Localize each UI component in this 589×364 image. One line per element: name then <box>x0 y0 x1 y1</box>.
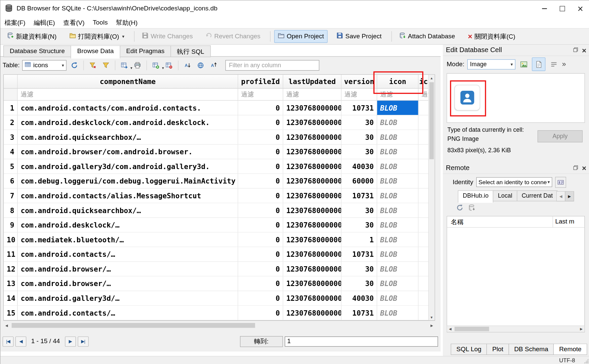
grid-cell[interactable]: BLOB <box>377 115 419 130</box>
maximize-button[interactable] <box>553 0 572 17</box>
menu-view[interactable]: 查看(V) <box>59 17 89 29</box>
apply-button[interactable]: Apply <box>538 130 583 143</box>
grid-cell[interactable]: BLOB <box>377 247 419 262</box>
grid-cell[interactable]: 1230768000000 <box>283 130 341 145</box>
horizontal-scrollbar-thumb[interactable] <box>12 323 255 328</box>
vertical-scrollbar-thumb[interactable] <box>429 82 434 159</box>
grid-cell[interactable] <box>419 306 429 321</box>
close-database-button[interactable]: × 關閉資料庫(C) <box>464 30 519 43</box>
minimize-button[interactable] <box>535 0 553 17</box>
open-database-button[interactable]: 打開資料庫(O) ▾ <box>66 30 128 43</box>
filter-any-column-input[interactable] <box>226 60 319 71</box>
grid-cell[interactable] <box>419 174 429 189</box>
grid-cell[interactable]: 10731 <box>342 100 377 115</box>
filter-input-cell[interactable]: 過濾 <box>238 89 283 101</box>
grid-cell[interactable]: BLOB <box>377 145 419 159</box>
tab-local[interactable]: Local <box>493 190 517 201</box>
import-data-button[interactable] <box>518 59 529 69</box>
grid-cell[interactable]: 0 <box>238 262 283 277</box>
grid-cell[interactable]: 10731 <box>342 189 377 203</box>
grid-cell[interactable]: 0 <box>238 189 283 203</box>
scroll-left-icon[interactable]: ◀ <box>3 322 10 329</box>
grid-cell[interactable]: com.android.contacts/… <box>18 247 238 262</box>
grid-cell[interactable] <box>419 233 429 247</box>
next-record-button[interactable]: ▶ <box>65 336 76 347</box>
tab-scroll-right-icon[interactable]: ▶ <box>565 191 574 201</box>
grid-cell[interactable]: 40030 <box>342 291 377 306</box>
tab-remote[interactable]: Remote <box>553 343 587 355</box>
grid-cell[interactable]: 30 <box>342 115 377 130</box>
grid-cell[interactable]: com.android.deskclock/… <box>18 218 238 233</box>
grid-cell[interactable]: 0 <box>238 130 283 145</box>
tab-sql-log[interactable]: SQL Log <box>451 343 487 355</box>
tab-execute-sql[interactable]: 執行 SQL <box>170 45 210 57</box>
mode-select[interactable]: Image ▾ <box>467 59 515 69</box>
grid-cell[interactable] <box>419 100 429 115</box>
grid-cell[interactable]: 0 <box>238 115 283 130</box>
goto-button[interactable]: 轉到: <box>240 336 282 347</box>
grid-cell[interactable]: BLOB <box>377 276 419 291</box>
sort-descending-button[interactable]: A <box>209 60 219 71</box>
grid-cell[interactable] <box>419 115 429 130</box>
save-filter-button[interactable] <box>101 60 111 71</box>
grid-cell[interactable] <box>419 247 429 262</box>
remote-refresh-button[interactable] <box>457 204 463 213</box>
text-view-button[interactable] <box>532 57 545 71</box>
grid-cell[interactable]: 10731 <box>342 306 377 321</box>
grid-cell[interactable]: 30 <box>342 145 377 159</box>
grid-cell[interactable]: com.android.deskclock/com.android.deskcl… <box>18 115 238 130</box>
filter-input-cell[interactable]: 過濾 <box>18 89 238 101</box>
grid-cell[interactable]: com.mediatek.bluetooth/… <box>18 233 238 247</box>
grid-cell[interactable]: 1230768000000 <box>283 100 341 115</box>
remote-horizontal-scrollbar[interactable]: ◀ ▶ <box>447 326 585 332</box>
menu-file[interactable]: 檔案(F) <box>0 17 30 29</box>
grid-cell[interactable]: 30 <box>342 130 377 145</box>
print-button[interactable] <box>132 60 143 71</box>
grid-cell[interactable]: 1230768000000 <box>283 174 341 189</box>
scroll-down-icon[interactable]: ▼ <box>429 314 435 320</box>
column-header[interactable]: profileId <box>238 75 283 88</box>
grid-cell[interactable]: com.android.contacts/com.android.contact… <box>18 100 238 115</box>
grid-cell[interactable]: 1230768000000 <box>283 306 341 321</box>
grid-cell[interactable]: BLOB <box>377 262 419 277</box>
remote-scrollbar-thumb[interactable] <box>455 327 489 331</box>
word-wrap-button[interactable] <box>549 59 559 69</box>
grid-cell[interactable]: 0 <box>238 100 283 115</box>
grid-cell[interactable]: 1230768000000 <box>283 233 341 247</box>
filter-input-cell[interactable]: 過濾 <box>283 89 341 101</box>
grid-cell[interactable]: 0 <box>238 233 283 247</box>
column-header[interactable]: lastUpdated <box>283 75 341 88</box>
grid-cell[interactable]: 1230768000000 <box>283 203 341 218</box>
column-header-name[interactable]: 名稱 <box>447 216 553 227</box>
grid-cell[interactable]: 30 <box>342 203 377 218</box>
scroll-up-icon[interactable]: ▲ <box>429 75 435 81</box>
tab-edit-pragmas[interactable]: Edit Pragmas <box>120 45 171 57</box>
tab-scroll-left-icon[interactable]: ◀ <box>556 191 565 201</box>
column-header-icon[interactable]: icon <box>377 75 419 88</box>
table-select[interactable]: icons ▾ <box>22 60 67 71</box>
resize-grip[interactable] <box>584 359 589 364</box>
grid-cell[interactable]: com.android.quicksearchbox/… <box>18 203 238 218</box>
tab-db-schema[interactable]: DB Schema <box>509 343 554 355</box>
grid-cell[interactable]: com.android.browser/… <box>18 276 238 291</box>
grid-cell[interactable]: 0 <box>238 145 283 159</box>
grid-cell[interactable]: 0 <box>238 159 283 174</box>
float-dock-icon[interactable] <box>573 164 578 172</box>
previous-record-button[interactable]: ◀ <box>15 336 26 347</box>
menu-tools[interactable]: Tools <box>89 17 112 28</box>
grid-cell[interactable]: BLOB <box>377 203 419 218</box>
grid-cell[interactable]: BLOB <box>377 174 419 189</box>
encoding-button[interactable] <box>195 60 206 71</box>
clear-filters-button[interactable] <box>88 60 98 71</box>
filter-input-cell[interactable]: 過濾 <box>377 89 419 101</box>
grid-cell[interactable]: com.android.contacts/… <box>18 306 238 321</box>
grid-cell[interactable]: 10731 <box>342 247 377 262</box>
grid-cell[interactable]: BLOB <box>377 218 419 233</box>
grid-cell[interactable]: 60000 <box>342 174 377 189</box>
grid-cell[interactable]: 1230768000000 <box>283 145 341 159</box>
open-project-button[interactable]: Open Project <box>274 30 328 43</box>
export-table-button[interactable]: ▾ <box>119 60 130 71</box>
delete-record-button[interactable] <box>164 60 174 71</box>
grid-cell[interactable]: com.debug.loggerui/com.debug.loggerui.Ma… <box>18 174 238 189</box>
overflow-chevron-icon[interactable]: » <box>562 60 566 69</box>
